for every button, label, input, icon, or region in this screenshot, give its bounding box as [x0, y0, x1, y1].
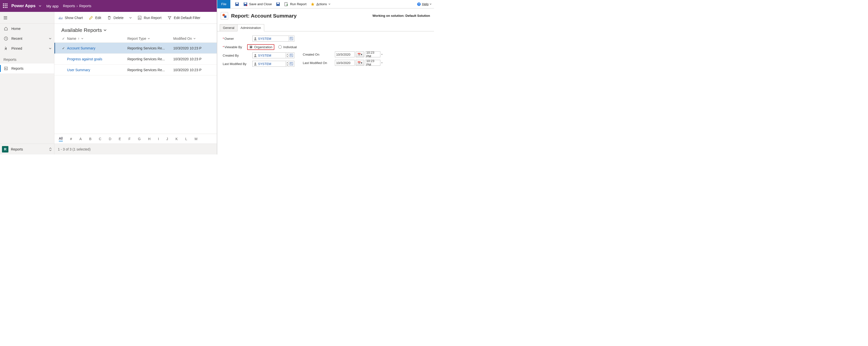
- alpha-c[interactable]: C: [99, 137, 101, 141]
- alpha-l[interactable]: L: [185, 137, 187, 141]
- alpha-i[interactable]: I: [158, 137, 159, 141]
- alpha-filter: All#ABCDEFGHIJKLM: [54, 134, 217, 144]
- view-title[interactable]: Available Reports: [54, 24, 217, 35]
- command-bar: Show Chart Edit Delete R: [54, 12, 217, 24]
- radio-dot-icon: [249, 45, 253, 49]
- select-all-checkbox[interactable]: ✓: [60, 37, 67, 40]
- modified-on-date-input[interactable]: 10/3/2020: [335, 60, 355, 66]
- owner-label: Owner: [223, 37, 252, 40]
- modified-by-lookup[interactable]: SYSTEM ▲▼: [252, 61, 294, 67]
- modified-on-time-input[interactable]: 10:23 PM: [365, 60, 380, 66]
- alpha-g[interactable]: G: [138, 137, 141, 141]
- edit-button[interactable]: Edit: [86, 12, 104, 24]
- chevron-down-icon: [329, 3, 331, 5]
- file-tab[interactable]: File: [217, 0, 230, 8]
- radio-individual[interactable]: Individual: [278, 45, 297, 49]
- hamburger-icon[interactable]: [1, 14, 9, 22]
- lookup-icon[interactable]: [289, 36, 293, 41]
- table-row[interactable]: Progress against goalsReporting Services…: [54, 54, 217, 64]
- spinner-icon[interactable]: ▲▼: [286, 61, 289, 66]
- svg-text:?: ?: [418, 3, 420, 6]
- chevron-down-icon: [103, 28, 107, 32]
- area-label[interactable]: Reports: [11, 147, 46, 151]
- save-button[interactable]: [235, 2, 239, 6]
- svg-rect-6: [244, 3, 246, 4]
- lookup-icon[interactable]: [289, 61, 293, 66]
- created-by-lookup[interactable]: SYSTEM ▲▼: [252, 53, 294, 58]
- area-badge: R: [2, 146, 8, 153]
- alpha-h[interactable]: H: [148, 137, 151, 141]
- col-modified[interactable]: Modified On: [173, 37, 214, 40]
- col-name[interactable]: Name↑: [67, 37, 127, 40]
- tab-general[interactable]: General: [220, 24, 238, 31]
- breadcrumb-2[interactable]: Reports: [79, 4, 91, 8]
- nav-label: Recent: [11, 37, 22, 40]
- modified-by-label: Last Modified By: [223, 62, 252, 66]
- nav-recent[interactable]: Recent: [0, 34, 54, 43]
- row-modified: 10/3/2020 10:23 P: [173, 57, 214, 61]
- nav-label: Home: [11, 27, 21, 31]
- alpha-a[interactable]: A: [79, 137, 82, 141]
- alpha-d[interactable]: D: [109, 137, 111, 141]
- show-chart-button[interactable]: Show Chart: [55, 12, 86, 24]
- records-count: 1 - 3 of 3 (1 selected): [54, 147, 94, 151]
- tab-administration[interactable]: Administration: [237, 24, 264, 31]
- lookup-icon[interactable]: [289, 53, 293, 58]
- save-icon: [235, 2, 239, 6]
- breadcrumb-1[interactable]: Reports: [63, 4, 75, 8]
- table-row[interactable]: ✓Account SummaryReporting Services Re...…: [54, 43, 217, 54]
- help-button[interactable]: ? Help: [417, 2, 432, 6]
- modified-on-label: Last Modified On: [303, 61, 335, 65]
- alpha-j[interactable]: J: [166, 137, 168, 141]
- created-on-date-input[interactable]: 10/3/2020: [335, 52, 355, 57]
- person-icon: [254, 62, 257, 65]
- home-icon: [3, 26, 8, 31]
- area-switcher-icon[interactable]: [49, 147, 52, 151]
- alpha-all[interactable]: All: [59, 136, 63, 141]
- radio-organization[interactable]: Organization: [247, 44, 274, 50]
- alpha-e[interactable]: E: [119, 137, 121, 141]
- brand-name: Power Apps: [11, 3, 36, 8]
- row-type: Reporting Services Re...: [127, 68, 173, 72]
- chart-icon: [58, 15, 63, 20]
- created-on-time-input[interactable]: 10:23 PM: [365, 52, 380, 57]
- date-picker-icon[interactable]: 📅▾: [355, 60, 364, 66]
- alpha-b[interactable]: B: [89, 137, 91, 141]
- row-checkbox[interactable]: ✓: [60, 46, 67, 50]
- alpha-f[interactable]: F: [128, 137, 131, 141]
- pin-icon: [3, 46, 8, 51]
- row-type: Reporting Services Re...: [127, 57, 173, 61]
- table-row[interactable]: User SummaryReporting Services Re...10/3…: [54, 64, 217, 75]
- time-dropdown-icon[interactable]: ▾: [381, 53, 382, 56]
- row-name[interactable]: User Summary: [67, 68, 127, 72]
- save-and-button[interactable]: [276, 2, 280, 6]
- save-close-button[interactable]: Save and Close: [243, 2, 272, 6]
- help-icon: ?: [417, 2, 421, 6]
- alpha-#[interactable]: #: [70, 137, 72, 141]
- owner-lookup[interactable]: SYSTEM: [252, 36, 294, 41]
- date-picker-icon[interactable]: 📅▾: [355, 52, 364, 57]
- app-launcher-icon[interactable]: [3, 3, 8, 8]
- run-report-button[interactable]: Run Report: [134, 12, 165, 24]
- alpha-m[interactable]: M: [194, 137, 197, 141]
- edit-filter-button[interactable]: Edit Default Filter: [164, 12, 203, 24]
- app-name[interactable]: My app: [46, 4, 59, 8]
- actions-button[interactable]: Actions: [310, 2, 331, 6]
- chevron-down-icon[interactable]: [38, 4, 41, 7]
- time-dropdown-icon[interactable]: ▾: [381, 62, 382, 64]
- delete-button[interactable]: Delete: [104, 12, 126, 24]
- nav-home[interactable]: Home: [0, 24, 54, 34]
- col-type[interactable]: Report Type: [127, 37, 173, 40]
- spinner-icon[interactable]: ▲▼: [286, 53, 289, 58]
- delete-more-button[interactable]: [127, 12, 134, 24]
- created-on-label: Created On: [303, 53, 335, 56]
- run-report-button[interactable]: Run Report: [284, 2, 307, 6]
- row-name[interactable]: Progress against goals: [67, 57, 127, 61]
- person-icon: [254, 54, 257, 57]
- row-name[interactable]: Account Summary: [67, 46, 127, 50]
- save-close-icon: [243, 2, 248, 6]
- radio-dot-icon: [278, 45, 282, 49]
- nav-pinned[interactable]: Pinned: [0, 43, 54, 53]
- nav-reports[interactable]: Reports: [0, 64, 54, 73]
- alpha-k[interactable]: K: [176, 137, 178, 141]
